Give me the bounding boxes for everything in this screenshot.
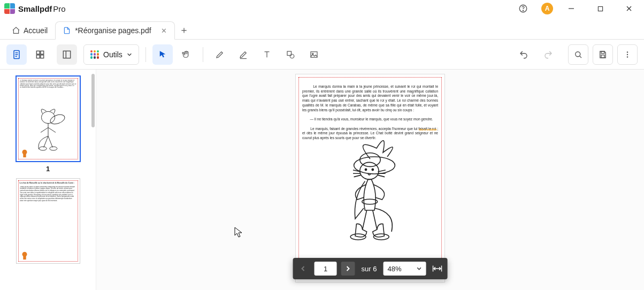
- brand-name: Smallpdf: [18, 4, 52, 13]
- pen-tool-button[interactable]: [210, 44, 230, 65]
- svg-line-24: [580, 56, 581, 57]
- tab-home[interactable]: Accueil: [4, 22, 55, 39]
- view-grid-button[interactable]: [30, 44, 50, 65]
- more-vertical-icon: [623, 50, 632, 59]
- svg-point-27: [627, 51, 628, 52]
- sidebar-scrollbar[interactable]: [91, 74, 95, 127]
- svg-rect-14: [63, 51, 70, 58]
- svg-point-23: [576, 51, 580, 56]
- svg-point-28: [627, 54, 628, 55]
- svg-point-31: [49, 113, 66, 126]
- grid-icon: [35, 49, 45, 60]
- undo-button[interactable]: [513, 44, 534, 65]
- pan-tool-button[interactable]: [176, 44, 196, 65]
- view-sidebar-button[interactable]: [57, 44, 77, 65]
- svg-point-42: [372, 169, 373, 170]
- page-navigator: sur 6 48%: [293, 258, 448, 279]
- text-icon: [262, 50, 272, 59]
- source-badge: tête à modeler: [419, 128, 437, 132]
- corner-decoration: [20, 250, 29, 260]
- select-tool-button[interactable]: [152, 44, 173, 65]
- next-page-button[interactable]: [341, 262, 355, 276]
- tools-icon: [90, 50, 99, 59]
- cat-illustration-thumb: [29, 101, 67, 153]
- chevron-down-icon: [127, 52, 132, 57]
- thumbnails-sidebar[interactable]: Le marquis donna la main à la jeune prin…: [0, 70, 96, 290]
- search-button[interactable]: [568, 44, 588, 65]
- maximize-button[interactable]: [589, 1, 611, 16]
- shape-icon: [286, 50, 295, 59]
- shape-tool-button[interactable]: [280, 44, 301, 65]
- view-single-page-button[interactable]: [6, 44, 27, 65]
- svg-point-29: [627, 56, 628, 57]
- new-tab-button[interactable]: ＋: [175, 21, 193, 39]
- svg-rect-11: [41, 51, 44, 54]
- redo-button[interactable]: [538, 44, 558, 65]
- image-tool-button[interactable]: [304, 44, 324, 65]
- avatar-initial: A: [545, 5, 550, 12]
- svg-rect-37: [23, 256, 26, 260]
- svg-point-40: [360, 162, 379, 179]
- undo-icon: [519, 50, 528, 59]
- thumbnail-label-1: 1: [16, 165, 80, 173]
- page-paragraph-1: Le marquis donna la main à la jeune prin…: [302, 85, 439, 112]
- thumbnail-2[interactable]: Le chat de Marseille ou le chat botté de…: [16, 178, 80, 264]
- chevron-right-icon: [345, 265, 351, 272]
- separator: [145, 47, 146, 62]
- separator: [203, 47, 203, 62]
- tab-home-label: Accueil: [24, 26, 48, 35]
- save-button[interactable]: [593, 44, 613, 65]
- close-window-button[interactable]: [618, 1, 640, 16]
- tab-file-label: *Réorganise pages.pdf: [75, 26, 151, 35]
- brand-pro: Pro: [53, 4, 65, 13]
- svg-point-33: [49, 147, 57, 150]
- svg-point-34: [22, 150, 27, 155]
- svg-point-41: [365, 169, 366, 170]
- svg-point-20: [290, 54, 294, 58]
- corner-decoration: [20, 148, 29, 158]
- page-paragraph-2: — Il ne tiendra qu'à vous, monsieur le m…: [310, 117, 433, 121]
- more-menu-button[interactable]: [617, 44, 638, 65]
- svg-rect-3: [598, 6, 602, 11]
- chevron-left-icon: [300, 265, 306, 272]
- redo-icon: [543, 50, 553, 59]
- prev-page-button[interactable]: [296, 262, 310, 276]
- tab-close-button[interactable]: ✕: [161, 27, 167, 35]
- home-icon: [12, 26, 20, 35]
- highlight-tool-button[interactable]: [233, 44, 254, 65]
- svg-rect-12: [36, 55, 40, 58]
- save-icon: [598, 50, 608, 59]
- svg-rect-21: [311, 51, 317, 57]
- highlighter-icon: [239, 50, 248, 59]
- help-button[interactable]: [512, 1, 534, 16]
- page-count-label: sur 6: [359, 265, 379, 273]
- text-tool-button[interactable]: [257, 44, 277, 65]
- mouse-cursor: [234, 227, 243, 238]
- svg-point-32: [39, 147, 47, 150]
- svg-point-36: [22, 252, 27, 257]
- thumbnail-1[interactable]: Le marquis donna la main à la jeune prin…: [16, 76, 80, 173]
- page-number-input[interactable]: [315, 262, 337, 276]
- tools-dropdown[interactable]: Outils: [83, 44, 139, 65]
- page-icon: [11, 49, 22, 60]
- cat-illustration: [327, 133, 413, 253]
- svg-point-1: [523, 10, 523, 11]
- fit-width-button[interactable]: [430, 262, 444, 276]
- chevron-down-icon: [416, 266, 421, 271]
- svg-rect-26: [601, 55, 604, 57]
- search-icon: [573, 50, 583, 59]
- page-viewer[interactable]: Le marquis donna la main à la jeune prin…: [96, 70, 644, 290]
- svg-rect-13: [41, 55, 44, 58]
- page-canvas: Le marquis donna la main à la jeune prin…: [295, 74, 445, 283]
- fit-width-icon: [432, 265, 442, 272]
- zoom-dropdown[interactable]: 48%: [383, 262, 426, 276]
- svg-rect-25: [601, 51, 604, 54]
- pen-icon: [215, 50, 225, 59]
- zoom-value: 48%: [387, 265, 401, 273]
- tab-file[interactable]: *Réorganise pages.pdf ✕: [55, 21, 174, 40]
- sidebar-icon: [62, 49, 72, 60]
- hand-icon: [181, 50, 191, 59]
- avatar[interactable]: A: [541, 3, 553, 14]
- minimize-button[interactable]: [561, 1, 582, 16]
- file-icon: [63, 27, 71, 34]
